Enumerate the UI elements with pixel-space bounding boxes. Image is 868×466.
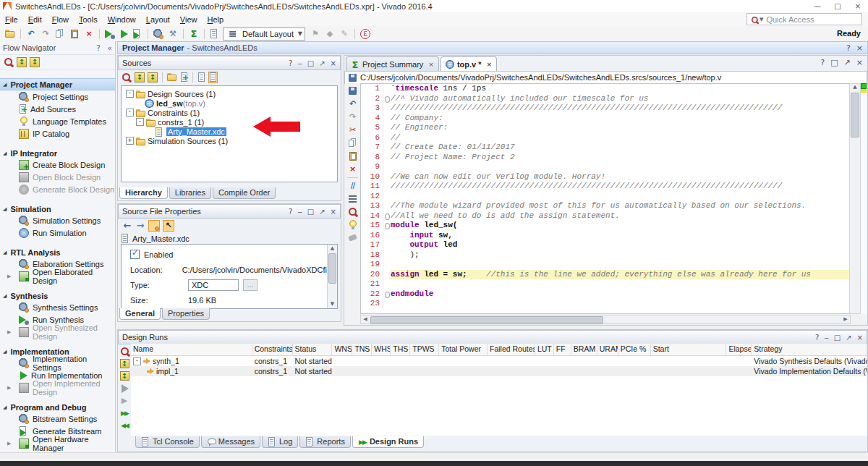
column-header-pcie-[interactable]: PCIe % [618, 344, 651, 355]
properties-header[interactable]: Source File Properties ?‒□↗× [118, 204, 341, 219]
maximize-icon[interactable]: □ [834, 334, 841, 342]
search-icon[interactable] [120, 347, 129, 356]
flow-item-open-implemented-design[interactable]: ▶Open Implemented Design [0, 381, 115, 394]
menu-edit[interactable]: Edit [23, 14, 47, 25]
help-icon[interactable]: ? [820, 58, 825, 67]
expand-all-icon[interactable] [148, 72, 158, 82]
bottom-tab-messages[interactable]: Messages [201, 436, 260, 448]
minimize-icon[interactable]: ‒ [824, 334, 828, 342]
tab-hierarchy[interactable]: Hierarchy [119, 187, 168, 199]
tree-item-led-sw[interactable]: led_sw (top.v) [122, 98, 337, 108]
column-header-uram[interactable]: URAM [597, 344, 618, 355]
collapse-all-icon[interactable] [17, 57, 27, 67]
bottom-tab-log[interactable]: Log [262, 436, 298, 448]
copy-icon[interactable] [348, 138, 358, 148]
paste-icon[interactable] [348, 151, 358, 161]
close-icon[interactable]: × [331, 59, 336, 67]
flow-item-open-elaborated-design[interactable]: ▶Open Elaborated Design [0, 270, 115, 282]
minimize-icon[interactable]: ‒ [297, 59, 302, 67]
tab-general[interactable]: General [119, 308, 161, 320]
menu-tools[interactable]: Tools [74, 14, 103, 25]
code-line-4[interactable]: 4// Company: [361, 114, 850, 124]
column-header-total-power[interactable]: Total Power [439, 344, 488, 355]
expand-icon[interactable]: + [126, 137, 134, 145]
bottom-tab-reports[interactable]: Reports [299, 436, 351, 448]
flow-item-open-block-design[interactable]: Open Block Design [0, 171, 115, 183]
tab-compile-order[interactable]: Compile Order [213, 187, 276, 199]
flow-item-create-block-design[interactable]: Create Block Design [0, 158, 115, 171]
pin-icon[interactable]: ⚑ [310, 29, 320, 39]
collapse-icon[interactable]: - [133, 357, 141, 365]
float-icon[interactable]: ↗ [846, 334, 851, 342]
search-icon[interactable] [4, 57, 14, 67]
code-line-19[interactable]: 19 [361, 260, 850, 270]
column-header-ths[interactable]: THS [391, 344, 410, 355]
column-header-elapsed[interactable]: Elapsed [726, 344, 752, 355]
flow-section-project-manager[interactable]: ◢Project Manager [0, 78, 115, 90]
find-icon[interactable] [348, 207, 358, 217]
tree-item-design-sources-1-[interactable]: -Design Sources (1) [122, 89, 337, 98]
fast-forward-icon[interactable]: ▶▶ [120, 408, 129, 418]
help-icon[interactable]: ? [96, 43, 101, 53]
maximize-icon[interactable]: □ [307, 208, 314, 216]
close-icon[interactable]: × [856, 43, 863, 53]
close-icon[interactable]: × [848, 2, 868, 10]
comment-icon[interactable]: // [348, 181, 358, 191]
editor-tab-top.v-[interactable]: top.v *× [441, 56, 497, 71]
bottom-tab-design-runs[interactable]: ▶▶Design Runs [352, 436, 424, 448]
close-tab-icon[interactable]: × [428, 61, 434, 68]
scroll-down-icon[interactable]: ▼ [328, 300, 337, 308]
column-header-start[interactable]: Start [651, 344, 727, 355]
flow-section-rtl-analysis[interactable]: ◢RTL Analysis [0, 247, 115, 258]
paste-icon[interactable] [69, 29, 80, 39]
flow-item-simulation-settings[interactable]: Simulation Settings [0, 214, 115, 226]
expand-arrow-icon[interactable]: ▶ [7, 274, 11, 279]
close-icon[interactable]: × [331, 208, 336, 216]
code-line-23[interactable]: 23 [361, 299, 850, 309]
open-project-icon[interactable] [5, 29, 15, 39]
menu-layout[interactable]: Layout [141, 14, 175, 25]
help-icon[interactable]: ? [289, 208, 292, 216]
flow-item-open-hardware-manager[interactable]: ▶Open Hardware Manager [0, 437, 115, 449]
menu-flow[interactable]: Flow [47, 14, 74, 25]
code-line-6[interactable]: 6// [361, 133, 850, 143]
code-line-17[interactable]: 17 output led [361, 240, 850, 250]
back-icon[interactable]: ← [122, 221, 132, 231]
flow-item-synthesis-settings[interactable]: Synthesis Settings [0, 301, 115, 313]
language-icon[interactable]: Ɛ [360, 29, 370, 39]
code-line-3[interactable]: 3///////////////////////////////////////… [361, 103, 850, 114]
copy-icon[interactable] [55, 29, 65, 39]
flow-section-ip-integrator[interactable]: ◢IP Integrator [0, 148, 115, 158]
collapse-icon[interactable]: - [126, 90, 134, 98]
enabled-checkbox[interactable] [130, 250, 140, 259]
expand-all-icon[interactable] [30, 57, 40, 67]
expand-arrow-icon[interactable]: ▶ [7, 329, 11, 335]
scrollbar-thumb[interactable] [328, 253, 336, 284]
code-line-16[interactable]: 16 input sw, [361, 231, 850, 241]
select-cursor-icon[interactable]: ↖ [163, 220, 174, 232]
type-value[interactable]: XDC [188, 279, 239, 291]
settings-icon[interactable] [153, 29, 163, 39]
save-icon[interactable] [348, 86, 358, 96]
scroll-left-icon[interactable]: ◀ [361, 315, 370, 323]
quick-access-search[interactable]: ▼ Quick Access [746, 13, 862, 25]
minimize-icon[interactable]: ‒ [297, 208, 302, 216]
column-header-failed-routes[interactable]: Failed Routes [488, 344, 535, 355]
scroll-up-icon[interactable]: ▲ [850, 84, 860, 90]
scrollbar-thumb[interactable] [370, 316, 603, 324]
code-line-8[interactable]: 8// Project Name: Project 2 [361, 153, 850, 163]
tools-icon[interactable]: ⚒ [168, 29, 178, 39]
column-header-wns[interactable]: WNS [332, 344, 352, 355]
code-line-18[interactable]: 18 ); [361, 250, 850, 260]
diamond-icon[interactable]: ◆ [325, 29, 335, 39]
run-row-impl_1[interactable]: impl_1constrs_1Not startedVivado Impleme… [131, 366, 867, 376]
column-header-tns[interactable]: TNS [352, 344, 372, 355]
column-header-ff[interactable]: FF [554, 344, 571, 355]
generate-bitstream-icon[interactable] [132, 29, 142, 39]
flow-item-generate-block-design[interactable]: Generate Block Design [0, 183, 115, 195]
collapse-icon[interactable]: - [126, 109, 134, 116]
tree-item-constraints-1-[interactable]: -Constraints (1) [122, 108, 337, 117]
properties-scrollbar[interactable]: ▲ ▼ [327, 245, 337, 308]
menu-help[interactable]: Help [203, 14, 229, 25]
help-icon[interactable]: ? [815, 334, 819, 342]
